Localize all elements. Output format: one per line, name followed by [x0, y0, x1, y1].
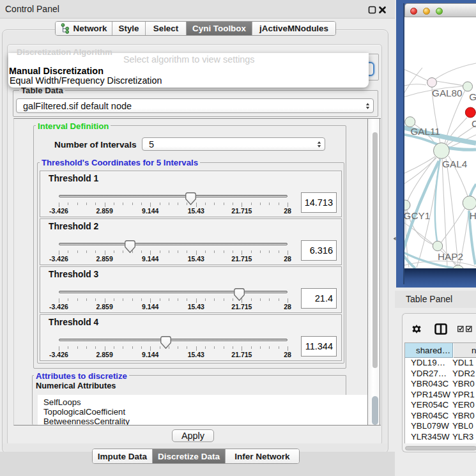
svg-text:HAP2: HAP2: [438, 251, 463, 262]
svg-text:GAL4: GAL4: [442, 158, 468, 169]
svg-text:GA: GA: [469, 91, 476, 102]
svg-text:C: C: [472, 118, 476, 129]
svg-text:H: H: [470, 210, 476, 221]
svg-text:GAL80: GAL80: [432, 88, 463, 98]
svg-text:GAL11: GAL11: [410, 126, 440, 137]
svg-text:GCY1: GCY1: [404, 210, 430, 221]
